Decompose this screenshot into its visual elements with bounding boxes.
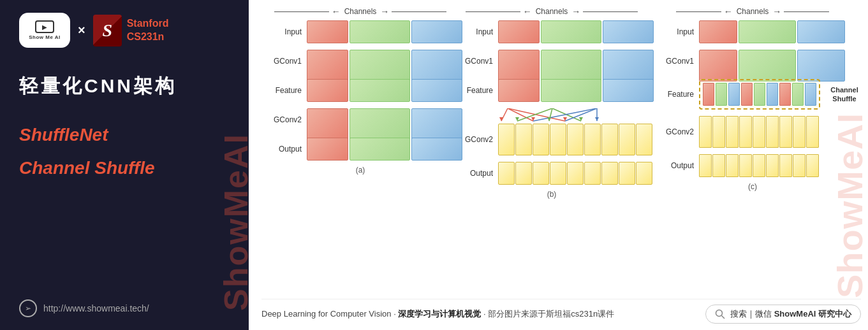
label-gconv1-a: GConv1 [271, 57, 302, 66]
bottom-bar: Deep Learning for Computer Vision · 深度学习… [261, 299, 861, 324]
stanford-logo: S Stanford CS231n [93, 15, 169, 47]
row-input-c: Input [663, 20, 842, 43]
website-url: http://www.showmeai.tech/ [43, 303, 149, 313]
showmeai-icon [35, 20, 54, 33]
label-feature-c: Feature [663, 90, 694, 99]
row-gconv1-a: GConv1 [271, 50, 450, 73]
showmeai-logo: Show Me AI [19, 13, 70, 48]
label-gconv2-b2: GConv2 [462, 135, 493, 144]
label-input-c: Input [663, 27, 694, 36]
svg-line-1 [508, 108, 533, 121]
row-feature-b: Feature [462, 79, 641, 102]
row-gconv1-c: GConv1 [663, 50, 842, 73]
row-gconv2-b: GConv2 [462, 108, 641, 155]
rows-c: Input GConv1 [663, 20, 842, 177]
label-output-c: Output [663, 161, 694, 170]
label-feature-b: Feature [462, 86, 493, 95]
search-text: 搜索｜微信 ShowMeAI 研究中心 [730, 308, 851, 320]
diagram-b: ← Channels → Input [459, 6, 644, 299]
row-gconv1-b: GConv1 [462, 50, 641, 73]
channels-label-b: ← Channels → [466, 6, 638, 17]
rows-b: Input GConv1 [462, 20, 641, 185]
label-input-b: Input [462, 27, 493, 36]
svg-line-3 [517, 108, 552, 121]
label-output-a: Output [271, 145, 302, 154]
diagrams-row: ← Channels → Input [261, 6, 861, 299]
label-feature-a: Feature [271, 86, 302, 95]
left-panel: Show Me AI × S Stanford CS231n 轻量化CNN架构 … [0, 0, 249, 330]
caption-c: (c) [676, 182, 829, 191]
svg-marker-15 [595, 117, 599, 121]
diagram-area: ← Channels → Input [261, 6, 861, 299]
bottom-description: Deep Learning for Computer Vision · 深度学习… [261, 308, 705, 320]
main-title: 轻量化CNN架构 [19, 73, 230, 99]
row-output-c: Output [663, 154, 842, 177]
row-feature-c: Feature [663, 79, 842, 110]
row-output-a: Output [271, 138, 450, 161]
channel-shuffle-box: ChannelShuffle [699, 79, 820, 110]
stanford-s-icon: S [93, 15, 122, 47]
right-panel: ShowMeAI ← Channels → Input [249, 0, 868, 330]
logo-row: Show Me AI × S Stanford CS231n [19, 13, 230, 48]
row-gconv2-c: GConv2 [663, 116, 842, 148]
label-input-a: Input [271, 27, 302, 36]
shuffle-arrows-svg [498, 108, 651, 122]
label-output-b: Output [462, 169, 493, 178]
diagram-a: ← Channels → Input [268, 6, 453, 299]
svg-marker-12 [547, 117, 551, 121]
label-gconv1-b: GConv1 [462, 57, 493, 66]
label-gconv2-a: GConv2 [271, 115, 302, 124]
diagram-c: ← Channels → Input [651, 6, 855, 299]
row-feature-a: Feature [271, 79, 450, 102]
svg-point-16 [716, 310, 723, 317]
times-sign: × [78, 23, 85, 38]
row-output-b: Output [462, 162, 641, 185]
subtitle-shufflenet: ShuffleNet [19, 125, 230, 145]
search-box[interactable]: 搜索｜微信 ShowMeAI 研究中心 [705, 305, 861, 324]
rows-a: Input GConv1 [271, 20, 450, 161]
channels-label-a: ← Channels → [274, 6, 446, 17]
channels-label-c: ← Channels → [676, 6, 829, 17]
row-input-b: Input [462, 20, 641, 43]
label-gconv2-c: GConv2 [663, 127, 694, 136]
label-gconv1-c: GConv1 [663, 57, 694, 66]
channel-shuffle-label: ChannelShuffle [822, 85, 867, 104]
caption-a: (a) [271, 166, 450, 175]
search-icon [715, 309, 725, 319]
showmeai-logo-text: Show Me AI [29, 34, 61, 40]
row-gconv2-a: GConv2 [271, 108, 450, 131]
subtitle-channel-shuffle: Channel Shuffle [19, 158, 230, 178]
navigation-icon: ➢ [19, 299, 37, 317]
stanford-text: Stanford CS231n [127, 17, 169, 44]
caption-b: (b) [462, 190, 641, 199]
svg-line-17 [722, 316, 725, 319]
row-input-a: Input [271, 20, 450, 43]
website-row: ➢ http://www.showmeai.tech/ [19, 299, 230, 317]
